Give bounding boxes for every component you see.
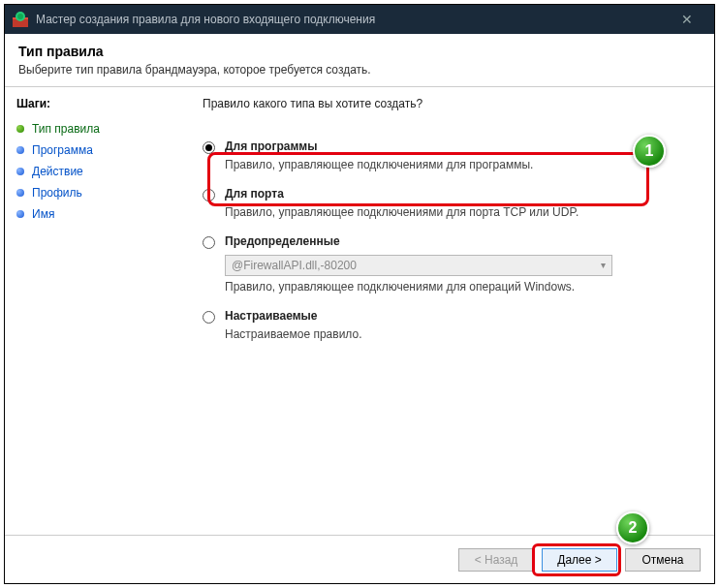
option-desc: Правило, управляющее подключениями для п…	[225, 158, 691, 171]
option-custom[interactable]: Настраиваемые Настраиваемое правило.	[199, 309, 691, 341]
option-desc: Правило, управляющее подключениями для о…	[225, 280, 691, 294]
option-program[interactable]: Для программы Правило, управляющее подкл…	[199, 139, 691, 171]
page-subtitle: Выберите тип правила брандмауэра, которо…	[18, 63, 701, 77]
bullet-icon	[16, 146, 24, 154]
radio-icon[interactable]	[203, 311, 215, 324]
step-label: Профиль	[32, 186, 82, 200]
close-icon[interactable]: ✕	[668, 12, 706, 27]
wizard-body: Шаги: Тип правила Программа Действие Про…	[5, 87, 714, 535]
wizard-footer: < Назад Далее > Отмена	[5, 535, 714, 583]
next-button[interactable]: Далее >	[542, 548, 617, 572]
chevron-down-icon: ▾	[601, 260, 606, 270]
option-label: Предопределенные	[225, 234, 340, 248]
radio-icon[interactable]	[203, 236, 215, 249]
predefined-combo: @FirewallAPI.dll,-80200 ▾	[225, 255, 612, 276]
step-label: Имя	[32, 207, 54, 221]
step-label: Действие	[32, 165, 83, 178]
annotation-badge-1: 1	[633, 135, 666, 168]
radio-icon[interactable]	[203, 141, 215, 154]
firewall-icon	[13, 12, 28, 27]
steps-heading: Шаги:	[16, 97, 177, 110]
option-desc: Правило, управляющее подключениями для п…	[225, 205, 691, 219]
back-button: < Назад	[458, 548, 534, 572]
bullet-icon	[16, 189, 24, 197]
bullet-icon	[16, 125, 24, 133]
step-label: Тип правила	[32, 122, 100, 136]
page-title: Тип правила	[18, 44, 701, 59]
sidebar-item-profile[interactable]: Профиль	[16, 182, 177, 203]
cancel-button[interactable]: Отмена	[625, 548, 701, 572]
sidebar-item-rule-type[interactable]: Тип правила	[16, 118, 177, 139]
wizard-window: Мастер создания правила для нового входя…	[4, 4, 715, 584]
combo-value: @FirewallAPI.dll,-80200	[232, 259, 357, 272]
sidebar-item-program[interactable]: Программа	[16, 139, 177, 161]
bullet-icon	[16, 168, 24, 175]
sidebar-item-action[interactable]: Действие	[16, 161, 177, 182]
option-label: Для порта	[225, 187, 284, 201]
sidebar-item-name[interactable]: Имя	[16, 203, 177, 225]
wizard-header: Тип правила Выберите тип правила брандма…	[5, 34, 714, 87]
steps-sidebar: Шаги: Тип правила Программа Действие Про…	[5, 87, 189, 535]
option-label: Настраиваемые	[225, 309, 317, 323]
svg-point-3	[17, 14, 23, 19]
annotation-badge-2: 2	[616, 511, 649, 544]
rule-type-options: Для программы Правило, управляющее подкл…	[199, 139, 691, 341]
radio-icon[interactable]	[203, 189, 215, 201]
option-predefined[interactable]: Предопределенные @FirewallAPI.dll,-80200…	[199, 234, 691, 294]
bullet-icon	[16, 210, 24, 218]
option-port[interactable]: Для порта Правило, управляющее подключен…	[199, 187, 691, 219]
window-title: Мастер создания правила для нового входя…	[36, 13, 668, 26]
option-label: Для программы	[225, 139, 317, 153]
option-desc: Настраиваемое правило.	[225, 327, 691, 341]
question-text: Правило какого типа вы хотите создать?	[203, 97, 691, 110]
titlebar: Мастер создания правила для нового входя…	[5, 5, 714, 34]
step-label: Программа	[32, 143, 93, 157]
